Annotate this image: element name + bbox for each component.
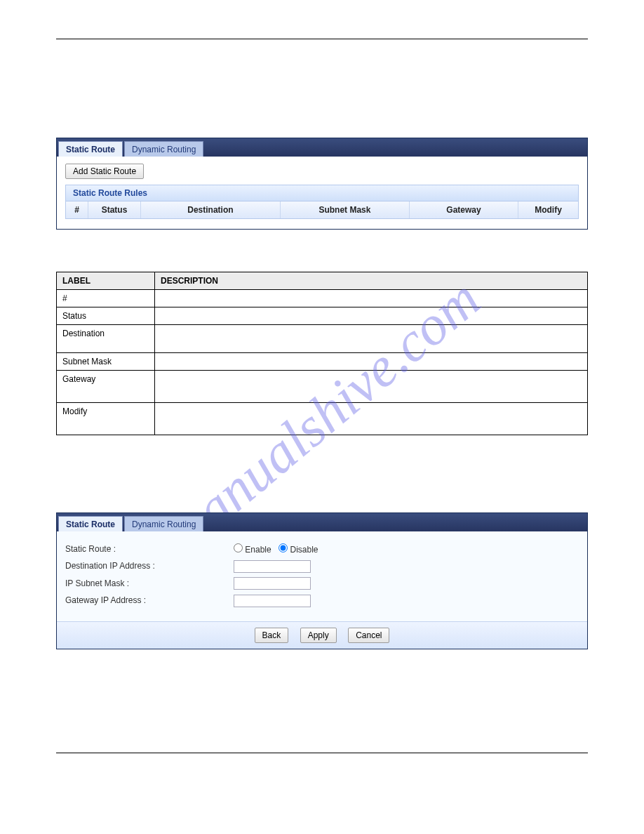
label-destination-ip: Destination IP Address : (65, 561, 234, 571)
desc-value (155, 290, 588, 307)
description-table: LABEL DESCRIPTION # Status Destination S… (56, 272, 588, 435)
static-route-form-panel: Static Route Dynamic Routing Static Rout… (56, 512, 588, 649)
rules-table-header: # Status Destination Subnet Mask Gateway… (65, 201, 579, 219)
table-row: Subnet Mask (57, 353, 588, 371)
radio-enable-label[interactable]: Enable (234, 545, 271, 555)
radio-enable[interactable] (234, 543, 243, 552)
radio-disable[interactable] (279, 543, 288, 552)
table-row: Modify (57, 403, 588, 435)
desc-value (155, 371, 588, 403)
col-header-gateway: Gateway (410, 201, 518, 218)
desc-value (155, 353, 588, 371)
static-route-list-panel: Static Route Dynamic Routing Add Static … (56, 138, 588, 230)
desc-label: Subnet Mask (57, 353, 155, 371)
desc-label: Modify (57, 403, 155, 435)
radio-disable-label[interactable]: Disable (279, 545, 318, 555)
col-header-status: Status (88, 201, 141, 218)
col-header-modify: Modify (518, 201, 578, 218)
col-header-destination: Destination (141, 201, 281, 218)
tab-dynamic-routing[interactable]: Dynamic Routing (124, 516, 203, 531)
radio-disable-text: Disable (290, 545, 318, 555)
desc-value (155, 307, 588, 325)
tab-static-route[interactable]: Static Route (58, 141, 123, 157)
ip-subnet-mask-input[interactable] (234, 577, 311, 590)
button-row: Back Apply Cancel (57, 621, 587, 649)
desc-value (155, 403, 588, 435)
tab-bar: Static Route Dynamic Routing (57, 513, 587, 531)
tab-dynamic-routing[interactable]: Dynamic Routing (124, 141, 203, 157)
gateway-ip-input[interactable] (234, 595, 311, 607)
back-button[interactable]: Back (255, 628, 289, 643)
desc-label: Gateway (57, 371, 155, 403)
table-row: Status (57, 307, 588, 325)
col-header-num: # (66, 201, 88, 218)
tab-static-route[interactable]: Static Route (58, 516, 123, 531)
desc-label: # (57, 290, 155, 307)
rules-section-title: Static Route Rules (65, 185, 579, 201)
label-static-route: Static Route : (65, 544, 234, 554)
desc-label: Destination (57, 325, 155, 353)
radio-enable-text: Enable (245, 545, 271, 555)
destination-ip-input[interactable] (234, 560, 311, 573)
apply-button[interactable]: Apply (300, 628, 337, 643)
label-ip-subnet-mask: IP Subnet Mask : (65, 578, 234, 588)
form-row-subnet: IP Subnet Mask : (65, 577, 579, 590)
form-row-static-route: Static Route : Enable Disable (65, 543, 579, 555)
table-row: Destination (57, 325, 588, 353)
desc-head-description: DESCRIPTION (155, 272, 588, 290)
form-row-dest-ip: Destination IP Address : (65, 560, 579, 573)
form-row-gateway-ip: Gateway IP Address : (65, 594, 579, 607)
tab-bar: Static Route Dynamic Routing (57, 138, 587, 157)
col-header-subnet-mask: Subnet Mask (281, 201, 410, 218)
add-static-route-button[interactable]: Add Static Route (65, 164, 144, 179)
table-row: # (57, 290, 588, 307)
desc-value (155, 325, 588, 353)
table-row: Gateway (57, 371, 588, 403)
label-gateway-ip: Gateway IP Address : (65, 595, 234, 605)
desc-head-label: LABEL (57, 272, 155, 290)
desc-label: Status (57, 307, 155, 325)
cancel-button[interactable]: Cancel (348, 628, 389, 643)
table-row: LABEL DESCRIPTION (57, 272, 588, 290)
